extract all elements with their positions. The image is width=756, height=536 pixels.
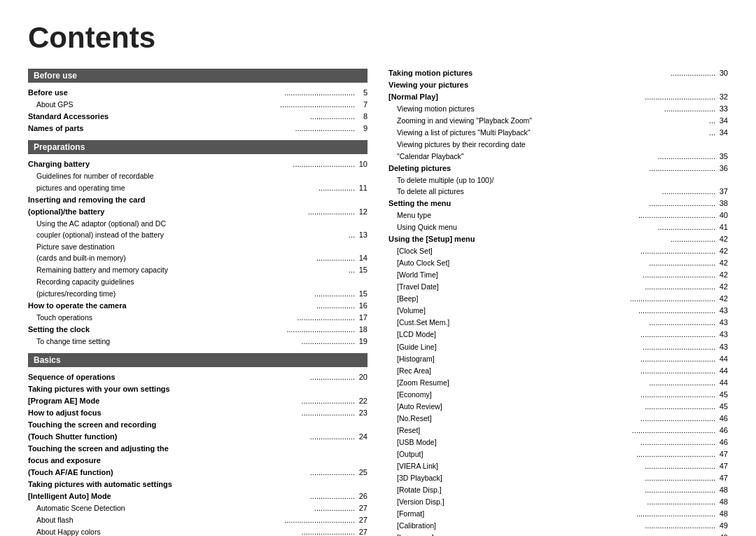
toc-entry: (pictures/recording time)...............… xyxy=(28,288,368,300)
toc-dots: ................................ xyxy=(286,324,355,336)
toc-entry: Names of parts..........................… xyxy=(28,123,368,135)
toc-label: [World Time] xyxy=(388,269,643,281)
toc-entry: Touching the screen and adjusting the xyxy=(28,443,368,455)
toc-entry: To delete all pictures..................… xyxy=(388,186,728,198)
toc-dots: ................................. xyxy=(645,281,715,293)
toc-label: [Output] xyxy=(388,448,636,460)
toc-page: 35 xyxy=(715,151,728,163)
toc-dots: ................................. xyxy=(284,514,355,526)
toc-entry: Picture save destination xyxy=(28,241,368,252)
toc-entry: Taking pictures with automatic settings xyxy=(28,479,368,490)
toc-label: (Touch AF/AE function) xyxy=(28,467,310,479)
toc-dots: ...................... xyxy=(308,206,355,218)
toc-page: 46 xyxy=(715,425,728,437)
toc-dots: .................. xyxy=(316,252,355,264)
toc-entry: [Volume]................................… xyxy=(388,305,728,317)
toc-entry: About GPS...............................… xyxy=(28,99,368,111)
toc-label: [Language] xyxy=(388,532,640,536)
toc-page: 43 xyxy=(715,305,728,317)
toc-dots: ................................. xyxy=(645,520,715,532)
toc-label: [No.Reset] xyxy=(388,413,640,425)
toc-dots: ........................................ xyxy=(630,293,715,305)
toc-label: To change time setting xyxy=(28,336,302,348)
toc-label: [Program AE] Mode xyxy=(28,395,302,407)
toc-dots: .................................. xyxy=(643,269,715,281)
toc-page: 20 xyxy=(355,371,368,383)
toc-entry: [Cust.Set Mem.].........................… xyxy=(388,317,728,329)
toc-entry: To change time setting..................… xyxy=(28,336,368,348)
toc-page: 23 xyxy=(355,407,368,419)
toc-page: 14 xyxy=(355,252,368,264)
page-title: Contents xyxy=(28,21,728,55)
toc-page: 18 xyxy=(355,324,368,336)
toc-label: (pictures/recording time) xyxy=(28,288,314,300)
toc-entry: Viewing pictures by their recording date xyxy=(388,139,728,150)
toc-label: Automatic Scene Detection xyxy=(28,502,314,514)
toc-label: Inserting and removing the card xyxy=(28,194,355,206)
toc-page: 24 xyxy=(355,431,368,443)
toc-columns: Before useBefore use....................… xyxy=(28,67,728,536)
toc-dots: ................................... xyxy=(280,99,355,111)
toc-entry: [Histogram].............................… xyxy=(388,353,728,365)
toc-dots: ..................... xyxy=(671,233,715,245)
toc-dots: ................................... xyxy=(640,389,715,401)
toc-entry: (optional)/the battery..................… xyxy=(28,206,368,218)
toc-dots: ..................................... xyxy=(636,448,715,460)
toc-entry: Remaining battery and memory capacity...… xyxy=(28,264,368,276)
toc-dots: ........................... xyxy=(657,221,715,233)
toc-page: 42 xyxy=(715,269,728,281)
toc-label: Guidelines for number of recordable xyxy=(28,170,355,181)
toc-entry: Sequence of operations..................… xyxy=(28,371,368,383)
toc-dots: ................................... xyxy=(640,437,715,448)
toc-page: 34 xyxy=(715,127,728,139)
toc-entry: Recording capacity guidelines xyxy=(28,276,368,287)
section-header: Before use xyxy=(28,69,368,83)
toc-label: Using the [Setup] menu xyxy=(388,233,671,245)
toc-entry: [LCD Mode]..............................… xyxy=(388,329,728,341)
toc-dots: .................................. xyxy=(643,341,715,353)
toc-page: 25 xyxy=(355,467,368,479)
toc-entry: Charging battery........................… xyxy=(28,158,368,170)
toc-entry: [Reset].................................… xyxy=(388,425,728,437)
toc-page: 7 xyxy=(355,99,368,111)
toc-page: 5 xyxy=(355,87,368,99)
toc-entry: About Happy colors......................… xyxy=(28,526,368,536)
toc-page: 26 xyxy=(355,490,368,502)
toc-entry: Touch operations........................… xyxy=(28,312,368,324)
toc-page xyxy=(715,79,728,91)
toc-page: 13 xyxy=(355,229,368,241)
toc-page: 46 xyxy=(715,413,728,425)
toc-entry: [No.Reset]..............................… xyxy=(388,413,728,425)
toc-label: Viewing pictures by their recording date xyxy=(388,139,715,150)
toc-page: 32 xyxy=(715,91,728,103)
toc-label: Setting the clock xyxy=(28,324,286,336)
toc-page: 16 xyxy=(355,300,368,312)
toc-page: 17 xyxy=(355,312,368,324)
toc-page xyxy=(715,174,728,186)
toc-page: 47 xyxy=(715,460,728,472)
toc-dots: ......................... xyxy=(302,336,355,348)
toc-label: To delete all pictures xyxy=(388,186,662,198)
toc-page: 43 xyxy=(715,317,728,329)
toc-label: [Rotate Disp.] xyxy=(388,484,645,496)
toc-label: "Calendar Playback" xyxy=(388,151,657,163)
toc-entry: (cards and built-in memory).............… xyxy=(28,252,368,264)
toc-label: Deleting pictures xyxy=(388,163,649,174)
toc-entry: Deleting pictures.......................… xyxy=(388,163,728,174)
toc-dots: ............................... xyxy=(649,198,715,209)
toc-page: 42 xyxy=(715,233,728,245)
toc-page xyxy=(355,194,368,206)
toc-entry: [Travel Date]...........................… xyxy=(388,281,728,293)
toc-page: 36 xyxy=(715,163,728,174)
toc-page: 48 xyxy=(715,484,728,496)
toc-page: 45 xyxy=(715,401,728,413)
toc-entry: Using Quick menu........................… xyxy=(388,221,728,233)
toc-page: 27 xyxy=(355,526,368,536)
toc-label: To delete multiple (up to 100)/ xyxy=(388,174,715,186)
toc-dots: ................... xyxy=(314,288,355,300)
toc-page: 42 xyxy=(715,257,728,269)
toc-entry: (Touch AF/AE function)..................… xyxy=(28,467,368,479)
toc-label: Touch operations xyxy=(28,312,297,324)
toc-entry: [Rec Area]..............................… xyxy=(388,365,728,377)
toc-entry: Standard Accessories....................… xyxy=(28,111,368,123)
